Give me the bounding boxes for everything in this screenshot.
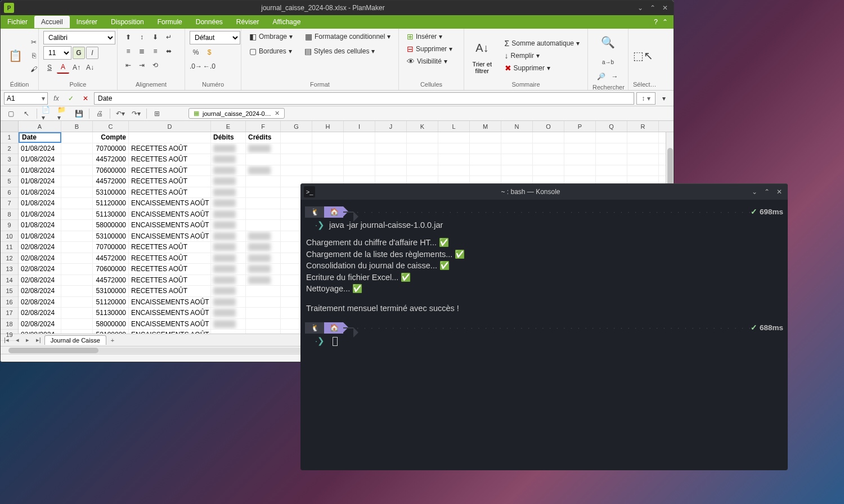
new-icon[interactable]: ▢	[5, 108, 16, 119]
cell[interactable]: XXXX	[211, 209, 246, 220]
cell[interactable]: RECETTES AOÛT	[129, 242, 211, 253]
font-select[interactable]: Calibri	[43, 31, 115, 44]
search-small-icon[interactable]: 🔎	[595, 70, 608, 83]
tab-last-icon[interactable]: ▸|	[33, 336, 44, 344]
font-size-select[interactable]: 11	[43, 46, 71, 60]
align-right-icon[interactable]: ≡	[149, 45, 161, 57]
cell[interactable]: ENCAISSEMENTS AOÛT	[129, 231, 211, 242]
number-format-select[interactable]: Défaut	[190, 31, 240, 44]
cell[interactable]	[61, 308, 93, 318]
cell[interactable]: ENCAISSEMENTS AOÛT	[129, 198, 211, 209]
cell[interactable]: XXXX	[246, 264, 281, 274]
cell[interactable]	[61, 319, 93, 330]
cell[interactable]	[501, 154, 533, 165]
supprimer2-button[interactable]: ✖Supprimer ▾	[501, 62, 583, 74]
decimal-inc-icon[interactable]: .0→	[190, 60, 202, 73]
search-icon[interactable]: 🔍	[598, 31, 618, 53]
font-grow-icon[interactable]: A↑	[70, 61, 83, 74]
cell[interactable]: 02/08/2024	[19, 242, 61, 253]
column-header-B[interactable]: B	[61, 121, 93, 132]
undo-icon[interactable]: ↶▾	[115, 108, 126, 119]
cell[interactable]	[470, 132, 501, 143]
cell[interactable]	[61, 198, 93, 209]
cell[interactable]: 44572000	[93, 154, 129, 165]
indent-left-icon[interactable]: ⇤	[122, 59, 134, 71]
cell[interactable]	[533, 154, 564, 165]
cell[interactable]: XXXX	[211, 286, 246, 296]
cell[interactable]	[312, 143, 344, 154]
cell[interactable]	[533, 165, 564, 176]
cell[interactable]	[375, 132, 407, 143]
sheet-tab-active[interactable]: Journal de Caisse	[44, 335, 106, 345]
column-header-I[interactable]: I	[344, 121, 375, 132]
cell[interactable]	[246, 209, 281, 220]
bordures-button[interactable]: ▢Bordures ▾	[246, 46, 295, 57]
cell[interactable]: 70600000	[93, 264, 129, 274]
cell[interactable]: 01/08/2024	[19, 209, 61, 220]
cell[interactable]	[61, 154, 93, 165]
menu-fichier[interactable]: Fichier	[1, 16, 34, 28]
cell[interactable]: RECETTES AOÛT	[129, 176, 211, 187]
cell[interactable]: 70700000	[93, 242, 129, 253]
cell[interactable]	[375, 165, 407, 176]
align-top-icon[interactable]: ⬆	[122, 31, 134, 43]
cell[interactable]	[129, 132, 211, 143]
copy-icon[interactable]: ⎘	[28, 50, 40, 62]
cell[interactable]	[627, 165, 659, 176]
cell[interactable]: XXXX	[246, 242, 281, 253]
row-header[interactable]: 10	[1, 231, 18, 242]
row-header[interactable]: 2	[1, 143, 18, 155]
pointer-icon[interactable]: ↖	[21, 108, 32, 119]
cell[interactable]: ENCAISSEMENTS AOÛT	[129, 209, 211, 220]
cell[interactable]: 51120000	[93, 297, 129, 308]
cell[interactable]: XXXX	[211, 308, 246, 318]
cell[interactable]	[246, 330, 281, 334]
cell[interactable]: 53100000	[93, 330, 129, 334]
cell[interactable]	[627, 154, 659, 165]
cell[interactable]	[627, 143, 659, 154]
cell[interactable]: RECETTES AOÛT	[129, 143, 211, 154]
cell[interactable]: XXXX	[211, 143, 246, 154]
cell[interactable]: XXXX	[211, 297, 246, 308]
row-header[interactable]: 5	[1, 176, 18, 187]
cell[interactable]	[501, 165, 533, 176]
cell[interactable]	[564, 132, 596, 143]
formula-dd-icon[interactable]: ▾	[658, 92, 670, 105]
tab-prev-icon[interactable]: ◂	[12, 336, 23, 344]
cell[interactable]: ENCAISSEMENTS AOÛT	[129, 308, 211, 318]
menu-formule[interactable]: Formule	[151, 16, 189, 28]
cell[interactable]	[312, 165, 344, 176]
cell[interactable]: 01/08/2024	[19, 187, 61, 198]
cell[interactable]: 70600000	[93, 165, 129, 176]
minimize-icon[interactable]: ⌄	[638, 4, 643, 12]
accept-icon[interactable]: ✓	[65, 92, 77, 105]
cell[interactable]	[246, 297, 281, 308]
cell[interactable]	[61, 330, 93, 334]
cell[interactable]	[407, 165, 438, 176]
cell[interactable]: XXXX	[211, 275, 246, 286]
cell[interactable]	[596, 132, 627, 143]
cell[interactable]: Date	[19, 132, 61, 143]
cell[interactable]	[281, 165, 312, 176]
column-header-R[interactable]: R	[627, 121, 659, 132]
cell[interactable]	[344, 143, 375, 154]
cell[interactable]	[438, 165, 470, 176]
maximize-icon[interactable]: ⌃	[650, 4, 656, 12]
cell[interactable]: RECETTES AOÛT	[129, 275, 211, 286]
cell[interactable]	[501, 132, 533, 143]
cell[interactable]	[281, 154, 312, 165]
cell[interactable]: 70700000	[93, 143, 129, 154]
inserer-button[interactable]: ⊞Insérer ▾	[403, 31, 459, 42]
cell[interactable]	[438, 143, 470, 154]
remplir-button[interactable]: ↓Remplir ▾	[501, 50, 583, 61]
row-header[interactable]: 6	[1, 187, 18, 199]
column-header-H[interactable]: H	[312, 121, 344, 132]
cell[interactable]: 44572000	[93, 176, 129, 187]
cell[interactable]	[564, 143, 596, 154]
cell[interactable]	[211, 330, 246, 334]
cell[interactable]: 02/08/2024	[19, 264, 61, 274]
cell[interactable]: RECETTES AOÛT	[129, 286, 211, 296]
row-header[interactable]: 11	[1, 242, 18, 253]
konsole-close-icon[interactable]: ✕	[776, 188, 782, 196]
cell[interactable]	[281, 132, 312, 143]
